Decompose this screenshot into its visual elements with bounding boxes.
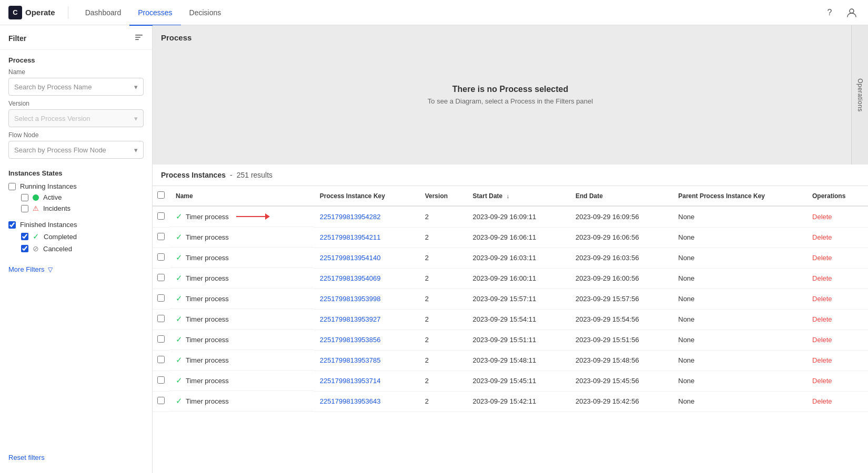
row-end-date: 2023-09-29 16:09:56 (569, 206, 672, 227)
row-version: 2 (419, 371, 467, 391)
row-instance-key[interactable]: 2251799813953643 (314, 391, 419, 412)
row-instance-key[interactable]: 2251799813954211 (314, 227, 419, 248)
select-all-checkbox[interactable] (157, 191, 165, 199)
process-instances-table: Name Process Instance Key Version Start … (153, 186, 868, 412)
process-name-dropdown[interactable]: Search by Process Name ▾ (8, 78, 144, 96)
row-checkbox-cell[interactable] (153, 309, 169, 330)
row-checkbox-cell[interactable] (153, 289, 169, 309)
incidents-checkbox[interactable] (21, 205, 28, 212)
row-instance-key[interactable]: 2251799813953856 (314, 330, 419, 350)
row-delete-button[interactable]: Delete (806, 371, 868, 391)
row-checkbox-cell[interactable] (153, 268, 169, 289)
row-checkbox[interactable] (157, 315, 165, 322)
row-delete-button[interactable]: Delete (806, 309, 868, 330)
table-row: ✓ Timer process 2251799813954069 2 2023-… (153, 268, 868, 289)
chevron-down-icon-3: ▾ (134, 146, 138, 154)
row-version: 2 (419, 330, 467, 350)
incidents-row[interactable]: ⚠ Incidents (21, 204, 144, 212)
row-checkbox-cell[interactable] (153, 371, 169, 391)
row-checkbox[interactable] (157, 294, 165, 302)
nav-decisions[interactable]: Decisions (181, 1, 230, 26)
row-instance-key[interactable]: 2251799813953927 (314, 309, 419, 330)
more-filters-button[interactable]: More Filters ▽ (0, 262, 152, 276)
col-name[interactable]: Name (169, 186, 314, 206)
nav-processes[interactable]: Processes (129, 1, 180, 26)
row-instance-key[interactable]: 2251799813954282 (314, 206, 419, 227)
row-delete-button[interactable]: Delete (806, 289, 868, 309)
row-version: 2 (419, 206, 467, 227)
filter-icon: ▽ (48, 266, 53, 273)
col-start-date[interactable]: Start Date ↓ (467, 186, 569, 206)
row-delete-button[interactable]: Delete (806, 268, 868, 289)
row-status-icon: ✓ (176, 294, 183, 303)
table-title: Process Instances (161, 171, 226, 179)
row-checkbox[interactable] (157, 233, 165, 240)
row-instance-key[interactable]: 2251799813954069 (314, 268, 419, 289)
nav-links: Dashboard Processes Decisions (77, 0, 230, 25)
completed-checkbox[interactable] (21, 233, 28, 240)
app-logo[interactable]: C Operate (8, 6, 55, 19)
row-name: ✓ Timer process (169, 268, 314, 289)
row-delete-button[interactable]: Delete (806, 206, 868, 227)
row-instance-key[interactable]: 2251799813953714 (314, 371, 419, 391)
reset-filters-button[interactable]: Reset filters (0, 450, 152, 465)
row-checkbox-cell[interactable] (153, 330, 169, 350)
running-instances-row[interactable]: Running Instances (8, 182, 144, 190)
row-instance-key[interactable]: 2251799813953998 (314, 289, 419, 309)
table-body: ✓ Timer process 2251799813954282 2 2023-… (153, 206, 868, 412)
col-parent-key[interactable]: Parent Process Instance Key (672, 186, 806, 206)
row-checkbox-cell[interactable] (153, 248, 169, 268)
row-delete-button[interactable]: Delete (806, 227, 868, 248)
row-instance-key[interactable]: 2251799813954140 (314, 248, 419, 268)
flownode-label: Flow Node (8, 131, 144, 139)
col-end-date[interactable]: End Date (569, 186, 672, 206)
user-button[interactable] (844, 5, 860, 20)
help-button[interactable]: ? (822, 5, 837, 20)
canceled-row[interactable]: ⊘ Canceled (21, 244, 144, 253)
row-start-date: 2023-09-29 15:51:11 (467, 330, 569, 350)
filter-toggle-button[interactable] (134, 33, 144, 44)
row-version: 2 (419, 227, 467, 248)
finished-instances-row[interactable]: Finished Instances (8, 221, 144, 229)
row-checkbox-cell[interactable] (153, 350, 169, 371)
finished-instances-checkbox[interactable] (8, 221, 16, 229)
col-process-instance-key[interactable]: Process Instance Key (314, 186, 419, 206)
col-version[interactable]: Version (419, 186, 467, 206)
row-checkbox[interactable] (157, 376, 165, 384)
row-checkbox[interactable] (157, 356, 165, 363)
row-checkbox[interactable] (157, 274, 165, 281)
nav-dashboard[interactable]: Dashboard (77, 1, 130, 26)
running-instances-checkbox[interactable] (8, 183, 16, 190)
row-checkbox[interactable] (157, 397, 165, 404)
row-status-icon: ✓ (176, 212, 183, 221)
canceled-checkbox[interactable] (21, 245, 28, 252)
no-process-title: There is no Process selected (428, 85, 593, 94)
row-delete-button[interactable]: Delete (806, 391, 868, 412)
row-delete-button[interactable]: Delete (806, 350, 868, 371)
version-dropdown[interactable]: Select a Process Version ▾ (8, 109, 144, 127)
row-checkbox-cell[interactable] (153, 227, 169, 248)
row-checkbox-cell[interactable] (153, 391, 169, 412)
select-all-checkbox-header[interactable] (153, 186, 169, 206)
row-status-icon: ✓ (176, 253, 183, 262)
table-row: ✓ Timer process 2251799813953856 2 2023-… (153, 330, 868, 350)
row-start-date: 2023-09-29 15:45:11 (467, 371, 569, 391)
row-checkbox[interactable] (157, 253, 165, 261)
operations-sidebar[interactable]: Operations (851, 25, 868, 164)
process-section-title: Process (8, 56, 144, 64)
row-delete-button[interactable]: Delete (806, 248, 868, 268)
row-checkbox[interactable] (157, 335, 165, 343)
process-instances-table-area: Process Instances - 251 results Name Pro… (153, 164, 868, 473)
svg-rect-3 (135, 39, 139, 40)
row-instance-key[interactable]: 2251799813953785 (314, 350, 419, 371)
active-row[interactable]: Active (21, 193, 144, 201)
row-checkbox[interactable] (157, 212, 165, 220)
flownode-dropdown[interactable]: Search by Process Flow Node ▾ (8, 141, 144, 159)
row-delete-button[interactable]: Delete (806, 330, 868, 350)
row-parent-key: None (672, 268, 806, 289)
completed-row[interactable]: ✓ Completed (21, 232, 144, 241)
active-checkbox[interactable] (21, 194, 28, 201)
row-status-icon: ✓ (176, 355, 183, 365)
row-version: 2 (419, 350, 467, 371)
row-checkbox-cell[interactable] (153, 206, 169, 227)
